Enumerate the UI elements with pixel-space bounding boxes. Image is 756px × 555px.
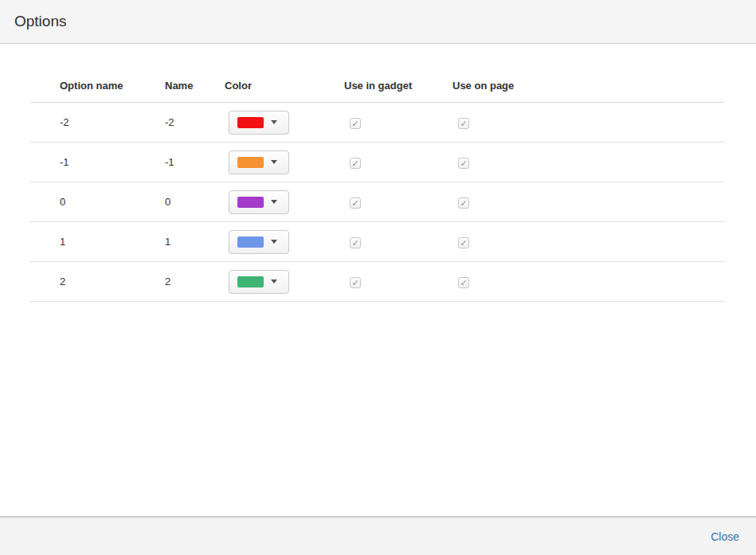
- color-dropdown[interactable]: [229, 270, 289, 294]
- color-dropdown[interactable]: [229, 150, 289, 174]
- use-in-gadget-checkbox[interactable]: ✓: [350, 237, 361, 248]
- close-button[interactable]: Close: [711, 530, 739, 543]
- option-name-cell: -2: [60, 116, 165, 128]
- col-header-option-name: Option name: [60, 80, 165, 92]
- use-in-gadget-checkbox[interactable]: ✓: [350, 277, 361, 288]
- name-cell: 2: [165, 276, 225, 287]
- table-header-row: Option name Name Color Use in gadget Use…: [30, 80, 725, 103]
- chevron-down-icon: [271, 120, 277, 124]
- use-in-gadget-checkbox[interactable]: ✓: [350, 118, 361, 129]
- chevron-down-icon: [271, 279, 277, 283]
- option-name-cell: -1: [60, 156, 165, 168]
- chevron-down-icon: [271, 240, 277, 244]
- use-on-page-checkbox[interactable]: ✓: [458, 277, 469, 288]
- name-cell: -1: [165, 156, 225, 168]
- color-swatch: [237, 157, 264, 168]
- color-swatch: [237, 117, 264, 128]
- col-header-name: Name: [165, 80, 225, 92]
- col-header-color: Color: [225, 80, 344, 92]
- dialog-footer: Close: [0, 516, 756, 555]
- option-name-cell: 1: [60, 236, 165, 248]
- color-swatch: [237, 236, 264, 248]
- use-on-page-checkbox[interactable]: ✓: [458, 237, 469, 248]
- use-on-page-checkbox[interactable]: ✓: [458, 197, 469, 209]
- options-table: Option name Name Color Use in gadget Use…: [30, 80, 725, 302]
- chevron-down-icon: [271, 160, 277, 164]
- name-cell: 1: [165, 236, 225, 248]
- color-swatch: [237, 197, 264, 208]
- use-in-gadget-checkbox[interactable]: ✓: [350, 197, 361, 209]
- table-row: -1 -1 ✓ ✓: [30, 143, 725, 182]
- chevron-down-icon: [271, 200, 277, 204]
- option-name-cell: 2: [60, 276, 165, 287]
- name-cell: -2: [165, 116, 225, 128]
- table-row: 1 1 ✓ ✓: [30, 222, 725, 262]
- use-on-page-checkbox[interactable]: ✓: [458, 158, 469, 169]
- color-dropdown[interactable]: [229, 111, 289, 135]
- col-header-use-on-page: Use on page: [452, 80, 725, 92]
- color-dropdown[interactable]: [229, 230, 289, 254]
- color-swatch: [237, 276, 264, 287]
- table-row: -2 -2 ✓ ✓: [30, 103, 725, 143]
- table-row: 0 0 ✓ ✓: [30, 182, 725, 222]
- page-title: Options: [14, 13, 66, 30]
- use-on-page-checkbox[interactable]: ✓: [458, 118, 469, 129]
- name-cell: 0: [165, 196, 225, 208]
- table-row: 2 2 ✓ ✓: [30, 262, 725, 302]
- dialog-header: Options: [0, 0, 756, 44]
- use-in-gadget-checkbox[interactable]: ✓: [350, 158, 361, 169]
- color-dropdown[interactable]: [229, 190, 289, 214]
- col-header-use-in-gadget: Use in gadget: [344, 80, 452, 92]
- option-name-cell: 0: [60, 196, 165, 208]
